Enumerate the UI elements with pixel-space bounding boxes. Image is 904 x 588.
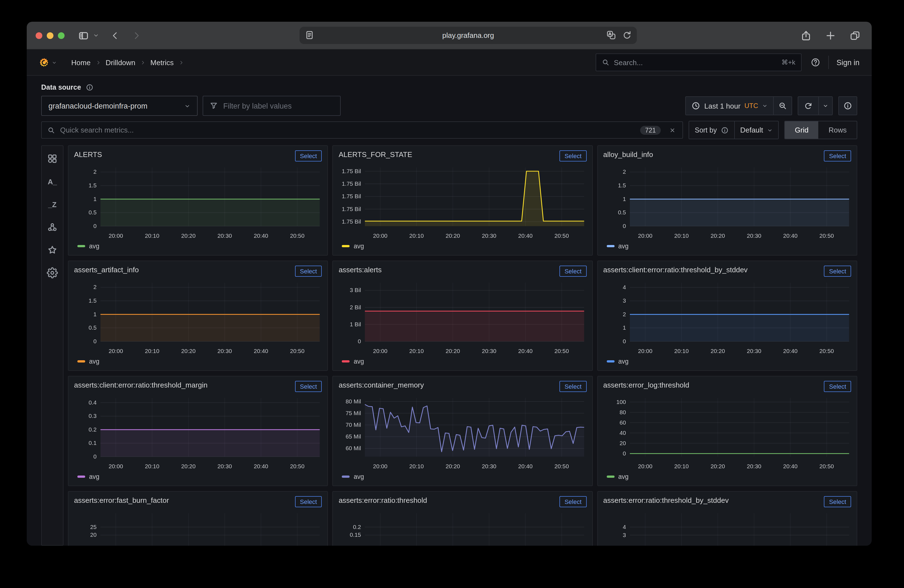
select-button[interactable]: Select [559, 496, 586, 507]
clear-search-icon[interactable] [669, 126, 676, 133]
refresh-interval-button[interactable] [819, 97, 832, 115]
minimize-window-button[interactable] [47, 32, 54, 39]
info-icon [843, 101, 852, 110]
reload-icon[interactable] [622, 30, 632, 40]
legend-label[interactable]: avg [354, 358, 364, 365]
select-button[interactable]: Select [295, 381, 322, 392]
legend-label[interactable]: avg [618, 243, 629, 250]
settings-icon[interactable] [46, 267, 58, 279]
global-search-input[interactable]: Search... ⌘+k [595, 54, 801, 71]
metric-chart[interactable]: 20:0020:1020:2020:3020:4020:500.20.15 [339, 510, 587, 546]
tab-overview-icon[interactable] [849, 30, 861, 41]
sort-select[interactable]: Default [735, 122, 778, 139]
sort-asc-icon[interactable]: A_ [46, 175, 58, 188]
close-window-button[interactable] [36, 32, 42, 39]
sidebar-toggle-icon[interactable] [78, 30, 89, 41]
legend-label[interactable]: avg [89, 358, 100, 365]
tab-group-chevron-icon[interactable] [93, 32, 99, 38]
svg-text:0.1: 0.1 [89, 440, 96, 446]
legend-label[interactable]: avg [618, 358, 629, 365]
svg-text:1: 1 [93, 311, 97, 317]
sort-value: Default [740, 126, 763, 134]
quick-search-input[interactable]: Quick search metrics... 721 [41, 122, 683, 139]
legend-label[interactable]: avg [89, 473, 100, 480]
org-switcher-chevron-icon[interactable] [52, 60, 57, 65]
data-source-select[interactable]: grafanacloud-demoinfra-prom [41, 96, 198, 116]
favorites-icon[interactable] [46, 244, 58, 256]
metric-chart[interactable]: 20:0020:1020:2020:3020:4020:5021.510.50 [74, 164, 322, 243]
legend-color-swatch [607, 360, 614, 362]
share-icon[interactable] [800, 30, 812, 41]
time-picker-group: Last 1 hour UTC [686, 96, 792, 115]
svg-text:0.5: 0.5 [618, 209, 626, 215]
metric-chart[interactable]: 20:0020:1020:2020:3020:4020:502520 [74, 510, 322, 546]
zoom-out-button[interactable] [774, 97, 792, 115]
legend-label[interactable]: avg [89, 243, 100, 250]
select-button[interactable]: Select [559, 381, 586, 392]
breadcrumb-home[interactable]: Home [71, 58, 90, 66]
back-icon[interactable] [110, 30, 120, 40]
svg-text:20:50: 20:50 [819, 233, 834, 239]
breadcrumb-drilldown[interactable]: Drilldown [106, 58, 135, 66]
view-toggle: Grid Rows [784, 121, 857, 139]
select-button[interactable]: Select [295, 266, 322, 277]
sort-desc-icon[interactable]: _Z [46, 198, 58, 210]
select-button[interactable]: Select [824, 266, 851, 277]
metric-chart[interactable]: 20:0020:1020:2020:3020:4020:503 Bil2 Bil… [339, 279, 587, 358]
data-source-info-icon[interactable] [85, 84, 93, 91]
view-rows-button[interactable]: Rows [819, 122, 857, 139]
address-bar[interactable]: play.grafana.org [299, 27, 637, 44]
refresh-button[interactable] [798, 97, 818, 115]
label-filter-input[interactable]: Filter by label values [202, 96, 341, 116]
select-button[interactable]: Select [295, 150, 322, 161]
metric-chart[interactable]: 20:0020:1020:2020:3020:4020:501008060402… [603, 395, 851, 473]
metric-chart[interactable]: 20:0020:1020:2020:3020:4020:500.40.30.20… [74, 395, 322, 473]
metric-panel: asserts:client:error:ratio:threshold_mar… [68, 376, 328, 486]
info-button[interactable] [839, 97, 857, 115]
svg-text:20:50: 20:50 [290, 233, 305, 239]
breadcrumb-metrics[interactable]: Metrics [150, 58, 174, 66]
select-button[interactable]: Select [824, 496, 851, 507]
chevron-down-icon [762, 103, 768, 109]
search-icon [601, 58, 609, 66]
metric-panel: asserts:error:ratio:threshold_by_stddevS… [597, 491, 857, 546]
translate-icon[interactable] [606, 30, 616, 40]
grafana-logo-icon[interactable] [39, 57, 49, 68]
sign-in-button[interactable]: Sign in [836, 58, 860, 66]
groups-icon[interactable] [46, 221, 58, 233]
legend-color-swatch [607, 476, 614, 478]
metric-chart[interactable]: 20:0020:1020:2020:3020:4020:5043 [603, 510, 851, 546]
view-grid-button[interactable]: Grid [785, 122, 819, 139]
forward-icon[interactable] [131, 30, 141, 40]
metric-chart[interactable]: 20:0020:1020:2020:3020:4020:5021.510.50 [74, 279, 322, 358]
svg-text:2 Bil: 2 Bil [350, 304, 361, 310]
help-icon[interactable] [810, 57, 820, 67]
svg-text:20:50: 20:50 [555, 233, 569, 239]
sort-info-icon[interactable] [721, 126, 729, 134]
select-button[interactable]: Select [824, 381, 851, 392]
select-button[interactable]: Select [824, 150, 851, 161]
info-group [838, 96, 857, 115]
select-button[interactable]: Select [559, 266, 586, 277]
metric-chart[interactable]: 20:0020:1020:2020:3020:4020:501.75 Bil1.… [339, 164, 587, 243]
url-text[interactable]: play.grafana.org [299, 31, 637, 40]
new-tab-icon[interactable] [825, 30, 836, 41]
time-range-button[interactable]: Last 1 hour UTC [686, 97, 773, 115]
metric-panel: asserts:container_memorySelect20:0020:10… [333, 376, 593, 486]
metric-chart[interactable]: 20:0020:1020:2020:3020:4020:5043210 [603, 279, 851, 358]
page-settings-icon[interactable] [305, 30, 315, 40]
select-button[interactable]: Select [559, 150, 586, 161]
legend-label[interactable]: avg [354, 473, 364, 480]
breadcrumb-separator-icon [179, 60, 184, 65]
apps-icon[interactable] [46, 153, 58, 165]
legend-label[interactable]: avg [618, 473, 629, 480]
svg-text:60: 60 [619, 420, 626, 425]
metric-chart[interactable]: 20:0020:1020:2020:3020:4020:5080 Mil75 M… [339, 395, 587, 473]
fullscreen-window-button[interactable] [58, 32, 65, 39]
select-button[interactable]: Select [295, 496, 322, 507]
svg-text:0: 0 [623, 338, 626, 344]
svg-text:20:40: 20:40 [783, 233, 797, 239]
search-shortcut: ⌘+k [781, 58, 795, 66]
metric-chart[interactable]: 20:0020:1020:2020:3020:4020:5021.510.50 [603, 164, 851, 243]
legend-label[interactable]: avg [354, 243, 364, 250]
